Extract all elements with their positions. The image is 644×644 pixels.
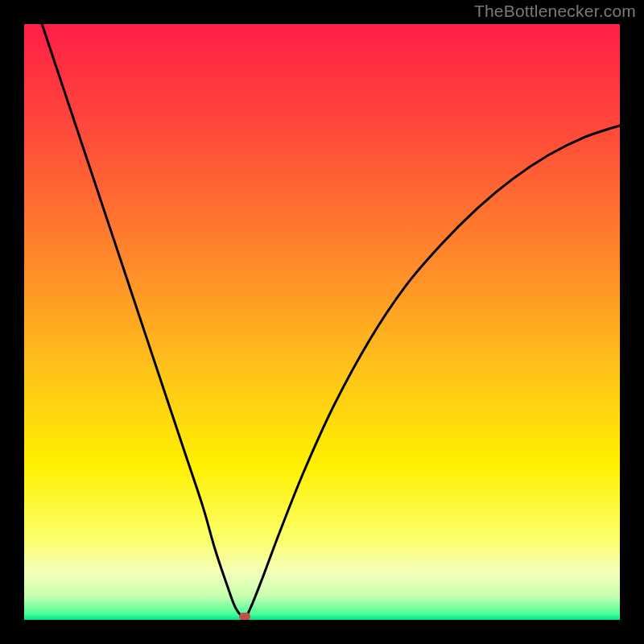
chart-frame: TheBottlenecker.com	[0, 0, 644, 644]
optimal-point-marker	[239, 613, 250, 620]
bottleneck-curve-path	[42, 24, 620, 617]
watermark-text: TheBottlenecker.com	[474, 2, 636, 21]
plot-area	[24, 24, 620, 620]
bottleneck-curve	[24, 24, 620, 620]
